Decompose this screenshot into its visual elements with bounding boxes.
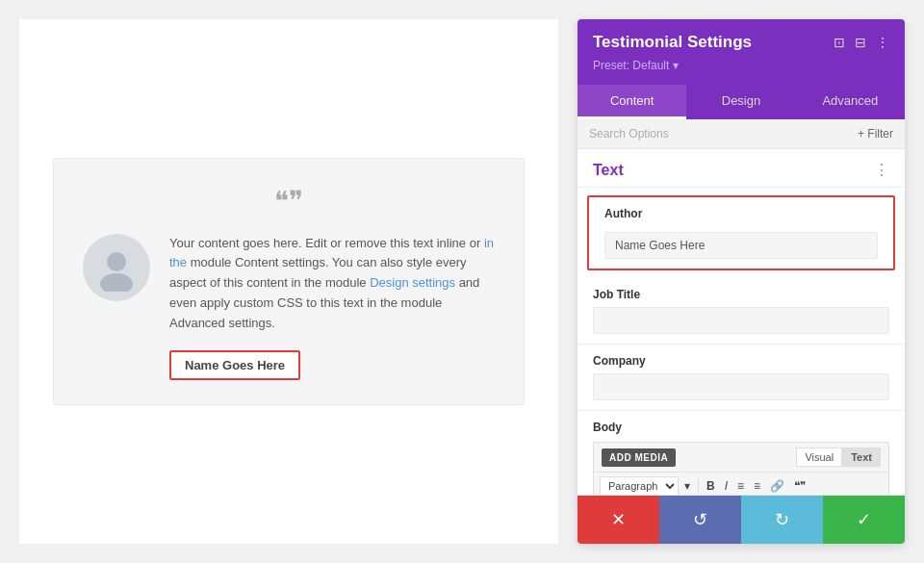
save-button[interactable]: ✓ bbox=[823, 496, 905, 544]
cancel-icon: ✕ bbox=[611, 509, 626, 530]
link-button[interactable]: 🔗 bbox=[766, 477, 788, 495]
search-bar: Search Options + Filter bbox=[578, 119, 905, 149]
text-button[interactable]: Text bbox=[842, 448, 881, 467]
refresh-button[interactable]: ↻ bbox=[741, 496, 823, 544]
bold-button[interactable]: B bbox=[703, 477, 719, 495]
company-label: Company bbox=[593, 354, 889, 368]
reset-icon: ↺ bbox=[693, 509, 707, 530]
paragraph-select[interactable]: Paragraph bbox=[600, 476, 679, 495]
testimonial-text-block: Your content goes here. Edit or remove t… bbox=[169, 234, 495, 381]
preset-label[interactable]: Preset: Default bbox=[593, 59, 679, 72]
tab-content[interactable]: Content bbox=[578, 85, 686, 119]
cancel-button[interactable]: ✕ bbox=[578, 496, 659, 544]
preview-panel: ❝❞ Your content goes here. Edit or remov… bbox=[19, 19, 558, 544]
view-toggle: Visual Text bbox=[796, 448, 881, 467]
tab-design[interactable]: Design bbox=[686, 85, 795, 119]
svg-point-0 bbox=[107, 252, 126, 271]
blockquote-button[interactable]: ❝❞ bbox=[790, 477, 809, 495]
reset-button[interactable]: ↺ bbox=[659, 496, 741, 544]
company-input[interactable] bbox=[593, 373, 889, 400]
settings-panel: Testimonial Settings ⊡ ⊟ ⋮ Preset: Defau… bbox=[578, 19, 905, 544]
quote-icon: ❝❞ bbox=[83, 188, 495, 215]
columns-icon[interactable]: ⊟ bbox=[855, 35, 866, 50]
author-input[interactable] bbox=[604, 232, 878, 259]
body-label: Body bbox=[593, 421, 889, 434]
search-placeholder: Search Options bbox=[589, 127, 669, 141]
toolbar-top-row: ADD MEDIA Visual Text bbox=[594, 443, 888, 473]
testimonial-card: ❝❞ Your content goes here. Edit or remov… bbox=[53, 158, 525, 406]
refresh-icon: ↻ bbox=[775, 509, 789, 530]
testimonial-content: Your content goes here. Edit or remove t… bbox=[83, 234, 495, 381]
text-section-menu-icon[interactable]: ⋮ bbox=[874, 161, 889, 179]
job-title-input[interactable] bbox=[593, 307, 889, 334]
body-field-group: Body ADD MEDIA Visual Text Paragraph ▾ bbox=[578, 411, 905, 495]
design-link[interactable]: Design settings bbox=[370, 275, 455, 290]
testimonial-body: Your content goes here. Edit or remove t… bbox=[169, 234, 495, 334]
toolbar-dropdown-icon[interactable]: ▾ bbox=[680, 477, 694, 495]
fullscreen-icon[interactable]: ⊡ bbox=[834, 35, 845, 50]
settings-header: Testimonial Settings ⊡ ⊟ ⋮ Preset: Defau… bbox=[578, 19, 905, 85]
author-field-group: Author bbox=[587, 195, 895, 270]
company-field-group: Company bbox=[578, 345, 905, 411]
in-the-link[interactable]: in the bbox=[169, 236, 494, 270]
body-toolbar: ADD MEDIA Visual Text Paragraph ▾ B I ≡ bbox=[593, 442, 889, 495]
tab-advanced[interactable]: Advanced bbox=[796, 85, 905, 119]
author-name-preview: Name Goes Here bbox=[169, 350, 300, 380]
list-ol-button[interactable]: ≡ bbox=[750, 477, 764, 495]
filter-button[interactable]: + Filter bbox=[858, 127, 893, 141]
job-title-field-group: Job Title bbox=[578, 278, 905, 345]
text-section-header: Text ⋮ bbox=[578, 149, 905, 188]
toolbar-divider-1 bbox=[698, 479, 699, 493]
author-label: Author bbox=[604, 207, 878, 220]
more-icon[interactable]: ⋮ bbox=[876, 35, 889, 50]
settings-title: Testimonial Settings bbox=[593, 33, 752, 52]
toolbar-format-row-1: Paragraph ▾ B I ≡ ≡ 🔗 ❝❞ bbox=[594, 473, 888, 495]
job-title-label: Job Title bbox=[593, 288, 889, 301]
visual-button[interactable]: Visual bbox=[796, 448, 842, 467]
settings-footer: ✕ ↺ ↻ ✓ bbox=[578, 495, 905, 544]
add-media-button[interactable]: ADD MEDIA bbox=[602, 448, 676, 467]
italic-button[interactable]: I bbox=[721, 477, 732, 495]
save-icon: ✓ bbox=[857, 509, 871, 530]
svg-point-1 bbox=[100, 273, 133, 292]
header-icons: ⊡ ⊟ ⋮ bbox=[834, 35, 889, 50]
text-section-title: Text bbox=[593, 162, 624, 179]
avatar bbox=[83, 234, 150, 301]
settings-tabs: Content Design Advanced bbox=[578, 85, 905, 119]
header-top: Testimonial Settings ⊡ ⊟ ⋮ bbox=[593, 33, 889, 52]
settings-body: Text ⋮ Author Job Title Company Body ADD… bbox=[578, 149, 905, 495]
list-ul-button[interactable]: ≡ bbox=[733, 477, 748, 495]
